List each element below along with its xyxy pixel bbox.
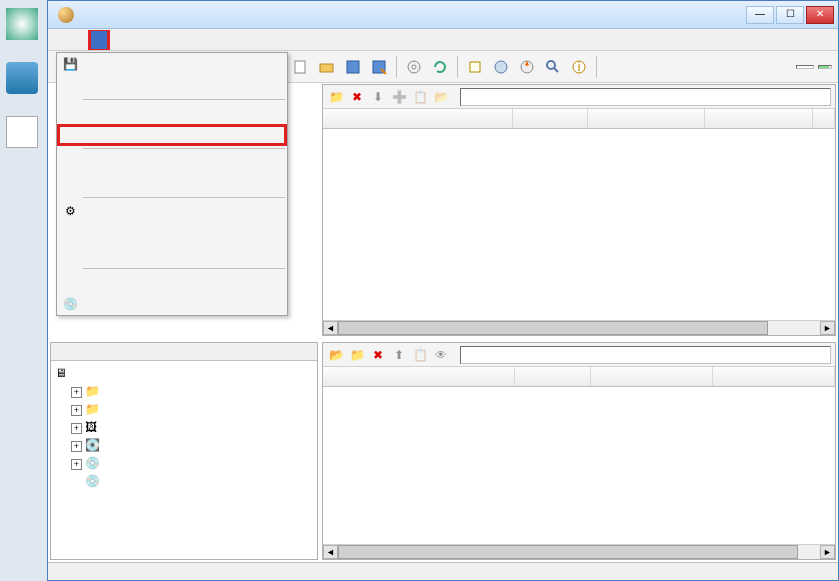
local-mini-toolbar: 📂 📁 ✖ ⬆ 📋 👁 — [323, 343, 835, 367]
toolbar-burn-icon[interactable] — [516, 56, 538, 78]
boot-dropdown-menu: 💾 ⚙ 💿 — [56, 52, 288, 316]
tree-node-my-computer[interactable]: 🖥 — [55, 365, 313, 383]
desktop-icon: 🖼 — [85, 420, 101, 436]
expand-icon[interactable]: + — [71, 459, 82, 470]
col-type[interactable] — [591, 367, 713, 386]
directory-tree: 🖥 +📁 +📁 +🖼 +💽 +💿 💿 — [51, 361, 317, 495]
desktop-icons — [4, 8, 44, 170]
menu-help[interactable] — [142, 38, 158, 42]
menu-make-multi-boot[interactable]: 💿 — [57, 293, 287, 315]
toolbar-info-icon[interactable]: i — [568, 56, 590, 78]
col-size[interactable] — [513, 109, 589, 128]
local-path-input[interactable] — [460, 346, 831, 364]
col-l[interactable] — [813, 109, 835, 128]
drive-icon: 💽 — [85, 438, 101, 454]
col-name[interactable] — [323, 109, 513, 128]
desktop-icon[interactable] — [4, 8, 40, 56]
gear-icon: ⚙ — [61, 202, 79, 220]
toolbar-disc-icon[interactable] — [403, 56, 425, 78]
add-icon: ⬆ — [390, 346, 408, 364]
toolbar-search-icon[interactable] — [542, 56, 564, 78]
size-total-value — [796, 65, 814, 69]
menu-options[interactable] — [126, 38, 142, 42]
scroll-thumb[interactable] — [338, 321, 768, 335]
menu-make-boot-info-table[interactable] — [57, 271, 287, 293]
toolbar-open-icon[interactable] — [316, 56, 338, 78]
tree-node-desktop[interactable]: +🖼 — [55, 419, 313, 437]
close-button[interactable]: ✕ — [806, 6, 834, 24]
expand-icon[interactable]: + — [71, 405, 82, 416]
toolbar-separator — [396, 56, 397, 78]
menu-make-hdd-image[interactable] — [57, 102, 287, 124]
menu-action[interactable] — [72, 38, 88, 42]
menu-extract-floppy-boot[interactable] — [57, 151, 287, 173]
col-type[interactable] — [588, 109, 704, 128]
menu-load-boot-file[interactable]: ⚙ — [57, 200, 287, 222]
desktop-icon[interactable] — [4, 62, 40, 110]
menubar — [48, 29, 838, 51]
menu-separator — [83, 197, 285, 198]
svg-rect-2 — [347, 61, 359, 73]
toolbar-separator — [596, 56, 597, 78]
maximize-button[interactable]: ☐ — [776, 6, 804, 24]
new-folder-icon[interactable]: 📁 — [327, 88, 345, 106]
menu-tools[interactable] — [110, 38, 126, 42]
desktop-icon[interactable] — [4, 116, 40, 164]
right-column: 📁 ✖ ⬇ ➕ 📋 📂 ◄ — [320, 84, 838, 562]
expand-icon[interactable]: + — [71, 441, 82, 452]
local-file-list[interactable] — [323, 387, 835, 543]
col-date[interactable] — [705, 109, 813, 128]
toolbar-save-icon[interactable] — [342, 56, 364, 78]
new-folder-icon[interactable]: 📁 — [348, 346, 366, 364]
toolbar-saveas-icon[interactable] — [368, 56, 390, 78]
toolbar-refresh-icon[interactable] — [429, 56, 451, 78]
up-folder-icon[interactable]: 📂 — [327, 346, 345, 364]
menu-write-hdd-image[interactable] — [57, 124, 287, 146]
disc-icon: 💿 — [61, 295, 79, 313]
svg-rect-6 — [470, 62, 480, 72]
tree-node-my-iso[interactable]: +📁 — [55, 383, 313, 401]
expand-icon[interactable]: + — [71, 387, 82, 398]
iso-file-pane: 📁 ✖ ⬇ ➕ 📋 📂 ◄ — [322, 84, 836, 336]
menu-separator — [83, 99, 285, 100]
disc-drive-icon: 💿 — [85, 474, 101, 490]
extract-icon: ⬇ — [369, 88, 387, 106]
floppy-icon: 💾 — [61, 55, 79, 73]
col-name[interactable] — [323, 367, 515, 386]
scrollbar-horizontal[interactable]: ◄ ► — [323, 544, 835, 559]
tree-node-drive-d[interactable]: +💿 — [55, 455, 313, 473]
minimize-button[interactable]: — — [746, 6, 774, 24]
iso-path-input[interactable] — [460, 88, 831, 106]
col-size[interactable] — [515, 367, 591, 386]
scrollbar-horizontal[interactable]: ◄ ► — [323, 320, 835, 335]
menu-file[interactable] — [56, 38, 72, 42]
tree-node-my-docs[interactable]: +📁 — [55, 401, 313, 419]
scroll-right-icon[interactable]: ► — [820, 321, 835, 335]
toolbar-compress-icon[interactable] — [464, 56, 486, 78]
scroll-thumb[interactable] — [338, 545, 798, 559]
menu-extract-cddvd-boot[interactable] — [57, 173, 287, 195]
titlebar[interactable]: — ☐ ✕ — [48, 1, 838, 29]
tree-node-drive-e[interactable]: 💿 — [55, 473, 313, 491]
iso-file-list[interactable] — [323, 129, 835, 319]
menu-separator — [83, 148, 285, 149]
menu-clear-boot-info[interactable] — [57, 244, 287, 266]
toolbar-mount-icon[interactable] — [490, 56, 512, 78]
local-file-pane: 📂 📁 ✖ ⬆ 📋 👁 ◄ — [322, 342, 836, 560]
scroll-right-icon[interactable]: ► — [820, 545, 835, 559]
iso-list-header — [323, 109, 835, 129]
col-date[interactable] — [713, 367, 835, 386]
menu-write-floppy-image[interactable] — [57, 75, 287, 97]
menu-separator — [83, 268, 285, 269]
delete-icon[interactable]: ✖ — [369, 346, 387, 364]
toolbar-new-icon[interactable] — [290, 56, 312, 78]
scroll-left-icon[interactable]: ◄ — [323, 545, 338, 559]
menu-save-boot-file[interactable] — [57, 222, 287, 244]
menu-make-floppy-image[interactable]: 💾 — [57, 53, 287, 75]
menu-boot[interactable] — [91, 31, 107, 49]
scroll-left-icon[interactable]: ◄ — [323, 321, 338, 335]
delete-icon[interactable]: ✖ — [348, 88, 366, 106]
tree-node-drive-c[interactable]: +💽 — [55, 437, 313, 455]
expand-icon[interactable]: + — [71, 423, 82, 434]
main-window: — ☐ ✕ i 💾 — [47, 0, 839, 581]
